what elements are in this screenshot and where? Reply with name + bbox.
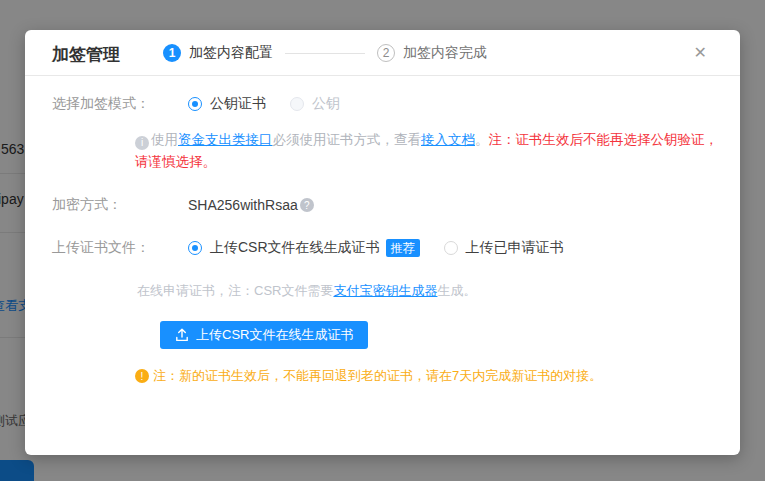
radio-checked-icon[interactable]	[188, 241, 202, 255]
tip-period: 。	[475, 132, 489, 147]
step-2-label: 加签内容完成	[403, 44, 487, 62]
sign-mode-label: 选择加签模式：	[52, 95, 188, 113]
upload-icon	[175, 328, 189, 342]
screen: 563 ipay 查看支 测试应 加签管理 1 加签内容配置 2 加签内容完成	[0, 0, 765, 481]
tip-prefix: 使用	[151, 132, 178, 147]
upload-hint: 在线申请证书，注：CSR文件需要支付宝密钥生成器生成。	[137, 282, 476, 300]
radio-label: 上传CSR文件在线生成证书	[210, 239, 380, 257]
upload-cert-row: 上传证书文件： 上传CSR文件在线生成证书 推荐 上传已申请证书	[52, 239, 588, 257]
mode-tip: i使用资金支出类接口必须使用证书方式，查看接入文档。注：证书生效后不能再选择公钥…	[135, 129, 720, 173]
step-connector	[285, 53, 365, 54]
step-1-number: 1	[163, 44, 181, 62]
tip-middle: 必须使用证书方式，查看	[273, 132, 422, 147]
radio-public-key-cert[interactable]: 公钥证书	[188, 95, 266, 113]
upload-csr-button[interactable]: 上传CSR文件在线生成证书	[160, 321, 368, 349]
recommended-badge: 推荐	[386, 239, 420, 257]
step-2-number: 2	[377, 44, 395, 62]
encrypt-method-row: 加密方式： SHA256withRsaa ?	[52, 196, 316, 214]
help-icon[interactable]: ?	[300, 198, 314, 212]
step-1-label: 加签内容配置	[189, 44, 273, 62]
notice-text: 注：新的证书生效后，不能再回退到老的证书，请在7天内完成新证书的对接。	[153, 367, 602, 385]
step-2-content-done: 2 加签内容完成	[377, 44, 487, 62]
sign-mode-radio-group: 公钥证书 公钥	[188, 95, 364, 113]
warning-icon: !	[135, 369, 149, 383]
hint-suffix: 生成。	[437, 283, 476, 298]
dialog-title: 加签管理	[52, 43, 120, 66]
key-generator-link[interactable]: 支付宝密钥生成器	[333, 283, 437, 298]
radio-public-key[interactable]: 公钥	[290, 95, 340, 113]
radio-unchecked-icon[interactable]	[444, 241, 458, 255]
signature-management-dialog: 加签管理 1 加签内容配置 2 加签内容完成 ✕ 选择加签模式：	[25, 30, 740, 455]
access-doc-link[interactable]: 接入文档	[421, 132, 475, 147]
sign-mode-row: 选择加签模式： 公钥证书 公钥	[52, 95, 364, 113]
radio-disabled-icon	[290, 97, 304, 111]
radio-upload-csr-online[interactable]: 上传CSR文件在线生成证书 推荐	[188, 239, 420, 257]
hint-prefix: 在线申请证书，注：CSR文件需要	[137, 283, 333, 298]
radio-label: 上传已申请证书	[466, 239, 564, 257]
close-icon[interactable]: ✕	[694, 43, 707, 63]
info-icon: i	[135, 136, 149, 150]
upload-cert-radio-group: 上传CSR文件在线生成证书 推荐 上传已申请证书	[188, 239, 588, 257]
radio-label: 公钥	[312, 95, 340, 113]
upload-cert-label: 上传证书文件：	[52, 239, 188, 257]
dialog-header: 加签管理 1 加签内容配置 2 加签内容完成 ✕	[25, 30, 740, 76]
encrypt-method-value: SHA256withRsaa ?	[188, 197, 316, 213]
radio-label: 公钥证书	[210, 95, 266, 113]
upload-button-label: 上传CSR文件在线生成证书	[196, 326, 353, 344]
encrypt-algorithm: SHA256withRsaa	[188, 197, 298, 213]
step-1-content-config: 1 加签内容配置	[163, 44, 273, 62]
encrypt-method-label: 加密方式：	[52, 196, 188, 214]
steps-indicator: 1 加签内容配置 2 加签内容完成	[163, 30, 487, 76]
radio-checked-icon[interactable]	[188, 97, 202, 111]
cert-switch-notice: ! 注：新的证书生效后，不能再回退到老的证书，请在7天内完成新证书的对接。	[135, 367, 602, 385]
funds-api-link[interactable]: 资金支出类接口	[178, 132, 273, 147]
radio-upload-existing-cert[interactable]: 上传已申请证书	[444, 239, 564, 257]
